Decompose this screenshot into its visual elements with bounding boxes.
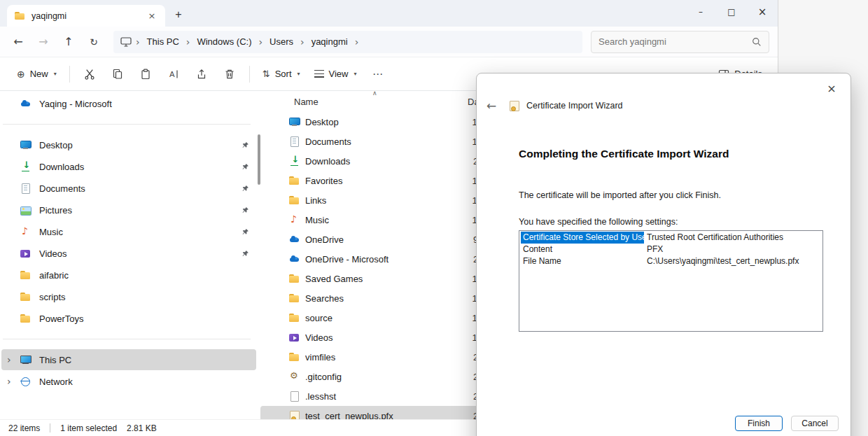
copy-icon (112, 69, 123, 80)
maximize-icon[interactable] (716, 0, 747, 24)
window-close-icon[interactable] (747, 0, 778, 24)
explorer-tab[interactable]: yaqingmi (7, 5, 165, 27)
divider (50, 423, 50, 433)
sidebar-item-pictures[interactable]: Pictures (1, 199, 256, 220)
pictures-icon (20, 204, 31, 216)
forward-icon[interactable] (32, 31, 55, 53)
search-box[interactable] (591, 31, 769, 53)
desktop-icon (20, 139, 31, 150)
breadcrumb-windows-c[interactable]: Windows (C:) (194, 35, 254, 48)
sidebar-item-videos[interactable]: Videos (1, 243, 256, 264)
setting-value: C:\Users\yaqingmi\test_cert_newplus.pfx (644, 255, 799, 267)
breadcrumb-users[interactable]: Users (267, 35, 296, 48)
pin-icon (241, 250, 249, 258)
file-row[interactable]: Favorites 11 (260, 171, 482, 190)
item-count: 22 items (8, 423, 40, 433)
sidebar-item-network[interactable]: Network (1, 371, 256, 392)
onedrive-icon (20, 98, 31, 109)
settings-label: You have specified the following setting… (519, 217, 850, 227)
file-row[interactable]: Music 11 (260, 210, 482, 230)
copy-button[interactable] (104, 62, 132, 87)
back-icon[interactable] (7, 31, 29, 53)
refresh-icon[interactable] (83, 31, 105, 53)
breadcrumb-yaqingmi[interactable]: yaqingmi (309, 35, 351, 48)
file-icon (288, 391, 300, 402)
file-row[interactable]: Documents 11 (260, 132, 482, 151)
setting-value: PFX (644, 244, 663, 255)
setting-key: File Name (521, 255, 644, 267)
close-icon[interactable] (821, 78, 842, 99)
delete-button[interactable] (216, 62, 244, 87)
trash-icon (224, 69, 235, 80)
file-row[interactable]: Downloads 2/ (260, 151, 482, 171)
pin-icon (241, 206, 249, 214)
chevron-expand-icon[interactable] (7, 354, 11, 365)
cut-icon (84, 69, 95, 80)
rename-button[interactable]: A (160, 62, 188, 87)
view-button[interactable]: View (307, 62, 364, 87)
file-row[interactable]: .lesshst 2/ (260, 386, 482, 406)
sidebar-item-desktop[interactable]: Desktop (1, 134, 256, 155)
cut-button[interactable] (76, 62, 104, 87)
file-row[interactable]: OneDrive 9/ (260, 230, 482, 249)
setting-row-store[interactable]: Certificate Store Selected by User Trust… (521, 232, 821, 244)
chevron-right-icon (258, 36, 262, 48)
file-row[interactable]: Searches 11 (260, 288, 482, 308)
sidebar-item-this-pc[interactable]: This PC (1, 349, 256, 370)
paste-button[interactable] (132, 62, 160, 87)
more-options-icon[interactable] (364, 62, 392, 87)
column-header-name[interactable]: Name (294, 97, 318, 107)
pin-icon (241, 185, 249, 192)
file-row[interactable]: source 11 (260, 308, 482, 328)
cancel-button[interactable]: Cancel (791, 416, 839, 431)
sidebar-item-documents[interactable]: Documents (1, 178, 256, 199)
back-arrow-icon[interactable] (486, 99, 502, 113)
file-row[interactable]: OneDrive - Microsoft 2/ (260, 249, 482, 269)
chevron-right-icon (136, 36, 140, 48)
dialog-footer: Finish Cancel (735, 416, 839, 431)
new-button[interactable]: New (10, 62, 64, 87)
file-row[interactable]: Saved Games 11 (260, 269, 482, 288)
file-row[interactable]: Videos 11 (260, 328, 482, 347)
sidebar-item-downloads[interactable]: Downloads (1, 156, 256, 177)
certificate-icon (508, 100, 520, 111)
tab-title: yaqingmi (31, 11, 66, 21)
sidebar-item-powertoys[interactable]: PowerToys (1, 308, 256, 329)
share-button[interactable] (188, 62, 216, 87)
chevron-expand-icon[interactable] (7, 376, 11, 387)
finish-button[interactable]: Finish (735, 416, 783, 431)
up-icon[interactable] (57, 31, 80, 53)
sidebar-item-scripts[interactable]: scripts (1, 286, 256, 307)
chevron-down-icon (54, 71, 57, 77)
setting-row-content[interactable]: Content PFX (521, 244, 821, 255)
file-row[interactable]: Desktop 11 (260, 112, 482, 132)
file-row[interactable]: Links 11 (260, 190, 482, 210)
new-tab-button[interactable]: + (169, 6, 188, 24)
chevron-right-icon (300, 36, 304, 48)
folder-icon (288, 195, 300, 206)
address-bar[interactable]: This PC Windows (C:) Users yaqingmi (113, 31, 582, 53)
chevron-down-icon (298, 71, 300, 77)
setting-row-filename[interactable]: File Name C:\Users\yaqingmi\test_cert_ne… (521, 255, 821, 267)
sidebar-item-aifabric[interactable]: aifabric (1, 265, 256, 286)
search-input[interactable] (598, 36, 752, 47)
thispc-icon (20, 354, 31, 365)
pin-icon (241, 163, 249, 171)
rename-icon: A (168, 69, 179, 80)
sidebar-item-onedrive-account[interactable]: Yaqing - Microsoft (1, 93, 256, 114)
settings-listview[interactable]: Certificate Store Selected by User Trust… (519, 230, 823, 332)
tab-close-icon[interactable] (146, 10, 158, 22)
chevron-right-icon (186, 36, 190, 48)
music-icon (20, 226, 31, 237)
videos-icon (20, 248, 31, 259)
sort-button[interactable]: Sort (255, 62, 307, 87)
paste-icon (140, 69, 151, 80)
file-row[interactable]: vimfiles 2/ (260, 347, 482, 367)
sidebar-item-music[interactable]: Music (1, 221, 256, 242)
file-row[interactable]: .gitconfig 2/ (260, 367, 482, 386)
folder-icon (20, 313, 31, 324)
folder-icon (20, 269, 31, 281)
minimize-icon[interactable] (685, 0, 716, 24)
sidebar: Yaqing - Microsoft Desktop Downloads Doc… (0, 91, 260, 419)
breadcrumb-this-pc[interactable]: This PC (144, 35, 182, 48)
